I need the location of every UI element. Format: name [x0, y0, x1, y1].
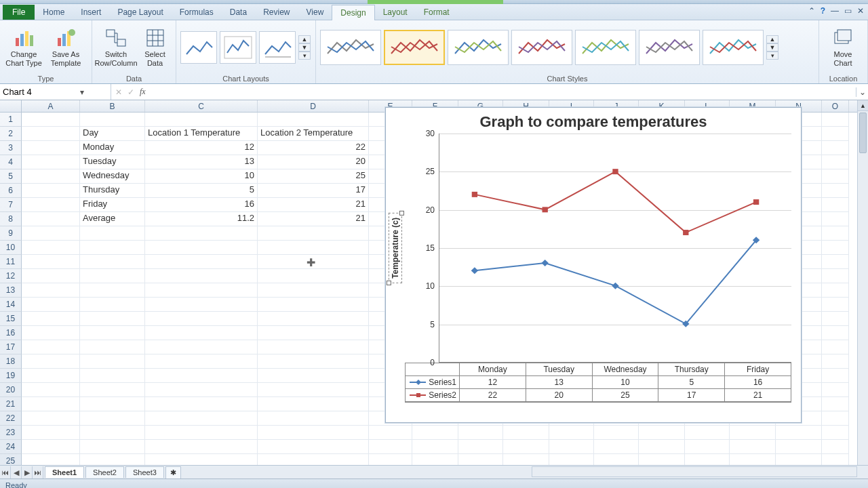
layout-gallery-down[interactable]: ▼ — [298, 43, 311, 52]
cell-B21[interactable] — [80, 397, 145, 411]
layout-gallery-up[interactable]: ▲ — [298, 35, 311, 43]
chart-style-4[interactable] — [511, 30, 572, 65]
row-header-19[interactable]: 19 — [0, 369, 22, 383]
column-header-C[interactable]: C — [145, 100, 258, 112]
cell-G24[interactable] — [458, 440, 503, 454]
cell-L23[interactable] — [685, 426, 730, 440]
cell-G23[interactable] — [458, 426, 503, 440]
cell-B1[interactable] — [80, 113, 145, 127]
cell-O9[interactable] — [822, 226, 849, 241]
cell-D18[interactable] — [258, 354, 369, 369]
cell-A1[interactable] — [22, 113, 80, 127]
ribbon-tab-review[interactable]: Review — [255, 5, 298, 20]
cell-A4[interactable] — [22, 155, 80, 169]
row-header-21[interactable]: 21 — [0, 397, 22, 411]
cell-O22[interactable] — [822, 411, 849, 426]
cell-B17[interactable] — [80, 340, 145, 354]
name-box-dropdown-icon[interactable]: ▾ — [77, 87, 87, 97]
cell-D25[interactable] — [258, 454, 369, 465]
cell-C18[interactable] — [145, 354, 258, 369]
cell-B2[interactable]: Day — [80, 127, 145, 141]
save-as-template-button[interactable]: Save As Template — [46, 26, 85, 68]
cell-O7[interactable] — [822, 198, 849, 212]
cell-A17[interactable] — [22, 340, 80, 354]
cell-C5[interactable]: 10 — [145, 169, 258, 184]
cell-B20[interactable] — [80, 383, 145, 397]
cell-A24[interactable] — [22, 440, 80, 454]
cell-B7[interactable]: Friday — [80, 198, 145, 212]
cell-D12[interactable] — [258, 269, 369, 283]
fx-icon[interactable]: fx — [140, 87, 146, 97]
cell-O6[interactable] — [822, 184, 849, 198]
cell-A6[interactable] — [22, 184, 80, 198]
cell-C10[interactable] — [145, 241, 258, 255]
worksheet-grid[interactable]: ABCDEFGHIJKLMNO 123456789101112131415161… — [0, 100, 868, 465]
cell-I25[interactable] — [549, 454, 594, 465]
cell-O18[interactable] — [822, 354, 849, 369]
cell-K24[interactable] — [639, 440, 685, 454]
cell-N24[interactable] — [776, 440, 822, 454]
sheet-nav-next-icon[interactable]: ▶ — [22, 466, 33, 479]
cell-B4[interactable]: Tuesday — [80, 155, 145, 169]
row-header-10[interactable]: 10 — [0, 241, 22, 255]
cell-O14[interactable] — [822, 298, 849, 312]
cell-D11[interactable] — [258, 255, 369, 269]
cancel-formula-icon[interactable]: ✕ — [115, 87, 122, 97]
ribbon-tab-data[interactable]: Data — [222, 5, 255, 20]
row-header-18[interactable]: 18 — [0, 354, 22, 369]
cell-C25[interactable] — [145, 454, 258, 465]
cell-A14[interactable] — [22, 298, 80, 312]
sheet-tab-sheet2[interactable]: Sheet2 — [85, 466, 124, 478]
column-header-O[interactable]: O — [822, 100, 849, 112]
chart-object[interactable]: Graph to compare temperatures Temperatur… — [385, 107, 802, 423]
enter-formula-icon[interactable]: ✓ — [127, 87, 134, 97]
row-header-8[interactable]: 8 — [0, 212, 22, 226]
cell-C21[interactable] — [145, 397, 258, 411]
window-close-icon[interactable]: ✕ — [857, 6, 864, 16]
cell-B13[interactable] — [80, 283, 145, 298]
scroll-thumb[interactable] — [859, 113, 867, 153]
cell-A10[interactable] — [22, 241, 80, 255]
cell-M24[interactable] — [730, 440, 776, 454]
cell-O16[interactable] — [822, 326, 849, 340]
cell-O21[interactable] — [822, 397, 849, 411]
cell-M25[interactable] — [730, 454, 776, 465]
cell-C13[interactable] — [145, 283, 258, 298]
cell-B18[interactable] — [80, 354, 145, 369]
cell-O15[interactable] — [822, 312, 849, 326]
chart-style-3[interactable] — [448, 30, 509, 65]
cell-B3[interactable]: Monday — [80, 141, 145, 155]
cell-K25[interactable] — [639, 454, 685, 465]
cell-C11[interactable] — [145, 255, 258, 269]
cell-F25[interactable] — [412, 454, 458, 465]
cell-B19[interactable] — [80, 369, 145, 383]
style-gallery-up[interactable]: ▲ — [766, 35, 778, 43]
new-sheet-button[interactable]: ✱ — [165, 466, 181, 479]
window-minimize-icon[interactable]: — — [831, 6, 839, 16]
cell-O13[interactable] — [822, 283, 849, 298]
style-gallery-down[interactable]: ▼ — [766, 43, 778, 52]
cell-G25[interactable] — [458, 454, 503, 465]
cell-B12[interactable] — [80, 269, 145, 283]
cell-D9[interactable] — [258, 226, 369, 241]
cell-C24[interactable] — [145, 440, 258, 454]
cell-J25[interactable] — [594, 454, 639, 465]
chart-style-6[interactable] — [639, 30, 700, 65]
chart-style-2[interactable] — [384, 30, 445, 65]
row-header-3[interactable]: 3 — [0, 141, 22, 155]
ribbon-tab-insert[interactable]: Insert — [73, 5, 109, 20]
cell-A9[interactable] — [22, 226, 80, 241]
cell-J24[interactable] — [594, 440, 639, 454]
cell-O8[interactable] — [822, 212, 849, 226]
cell-H25[interactable] — [503, 454, 549, 465]
cell-D2[interactable]: Location 2 Temperature — [258, 127, 369, 141]
column-header-A[interactable]: A — [22, 100, 80, 112]
row-header-24[interactable]: 24 — [0, 440, 22, 454]
cell-N25[interactable] — [776, 454, 822, 465]
ribbon-tab-home[interactable]: Home — [35, 5, 73, 20]
window-restore-icon[interactable]: ▭ — [844, 6, 852, 16]
cell-E23[interactable] — [369, 426, 412, 440]
cell-B11[interactable] — [80, 255, 145, 269]
name-box-input[interactable] — [3, 87, 77, 97]
cell-A11[interactable] — [22, 255, 80, 269]
